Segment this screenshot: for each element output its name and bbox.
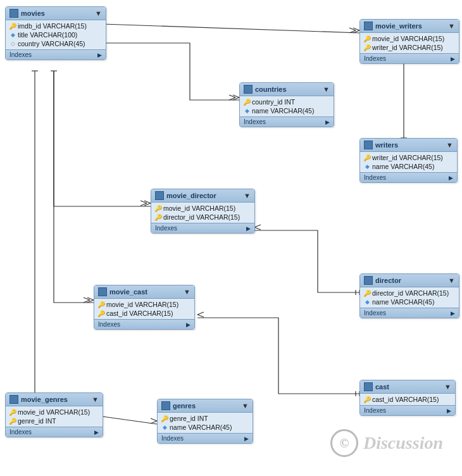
svg-line-8 bbox=[233, 97, 239, 100]
field-text: writer_id VARCHAR(15) bbox=[372, 154, 443, 161]
svg-line-28 bbox=[84, 300, 90, 303]
table-icon bbox=[161, 401, 170, 410]
table-movie-genres[interactable]: movie_genres ▼ 🔑 movie_id VARCHAR(15) 🔑 … bbox=[5, 392, 103, 437]
key-icon: 🔑 bbox=[9, 418, 16, 424]
indexes-row[interactable]: Indexes ▶ bbox=[151, 223, 254, 233]
table-writers[interactable]: writers ▼ 🔑 writer_id VARCHAR(15) ◆ name… bbox=[359, 138, 458, 183]
key-icon: 🔑 bbox=[364, 154, 370, 161]
indexes-label: Indexes bbox=[364, 55, 386, 62]
indexes-arrow: ▶ bbox=[451, 56, 455, 62]
dropdown-arrow[interactable]: ▼ bbox=[95, 9, 102, 17]
indexes-row[interactable]: Indexes ▶ bbox=[6, 427, 103, 437]
indexes-row[interactable]: Indexes ▶ bbox=[240, 116, 334, 127]
svg-line-3 bbox=[353, 30, 359, 33]
table-genres-name: genres bbox=[173, 402, 196, 410]
table-movie-genres-name: movie_genres bbox=[21, 396, 68, 403]
table-director-body: 🔑 director_id VARCHAR(15) ◆ name VARCHAR… bbox=[360, 287, 459, 308]
field-text: movie_id VARCHAR(15) bbox=[106, 301, 178, 308]
table-movies[interactable]: movies ▼ 🔑 imdb_id VARCHAR(15) ◆ title V… bbox=[5, 6, 106, 60]
table-movie-director-header[interactable]: movie_director ▼ bbox=[151, 189, 254, 203]
table-icon bbox=[244, 85, 253, 94]
table-movie-cast-header[interactable]: movie_cast ▼ bbox=[94, 285, 194, 299]
dropdown-arrow[interactable]: ▼ bbox=[323, 85, 330, 93]
diamond-icon: ◆ bbox=[9, 32, 16, 38]
table-movies-header[interactable]: movies ▼ bbox=[6, 7, 106, 20]
dropdown-arrow[interactable]: ▼ bbox=[446, 141, 453, 149]
table-icon bbox=[364, 276, 373, 285]
table-movie-cast[interactable]: movie_cast ▼ 🔑 movie_id VARCHAR(15) 🔑 ca… bbox=[94, 285, 195, 330]
indexes-row[interactable]: Indexes ▶ bbox=[360, 53, 459, 63]
table-movie-director[interactable]: movie_director ▼ 🔑 movie_id VARCHAR(15) … bbox=[151, 189, 255, 234]
field-row: ◆ name VARCHAR(45) bbox=[360, 162, 457, 171]
svg-line-10 bbox=[229, 97, 235, 100]
field-text: cast_id VARCHAR(15) bbox=[372, 396, 439, 403]
table-genres-header[interactable]: genres ▼ bbox=[158, 399, 253, 413]
dropdown-arrow[interactable]: ▼ bbox=[244, 192, 251, 199]
indexes-row[interactable]: Indexes ▶ bbox=[360, 308, 459, 318]
indexes-label: Indexes bbox=[98, 321, 120, 328]
table-director[interactable]: director ▼ 🔑 director_id VARCHAR(15) ◆ n… bbox=[359, 273, 459, 318]
key-icon: 🔑 bbox=[155, 214, 161, 220]
indexes-arrow: ▶ bbox=[186, 322, 190, 328]
svg-line-20 bbox=[140, 203, 147, 206]
copyright-circle: © bbox=[330, 429, 358, 457]
table-writers-header[interactable]: writers ▼ bbox=[360, 139, 457, 152]
watermark: © Discussion bbox=[330, 429, 443, 457]
key-icon: 🔑 bbox=[244, 99, 250, 105]
diamond-icon: ◆ bbox=[364, 163, 370, 170]
field-row: ◆ title VARCHAR(100) bbox=[6, 30, 106, 39]
indexes-label: Indexes bbox=[161, 435, 184, 442]
table-movie-director-name: movie_director bbox=[166, 192, 216, 199]
diagram-canvas: movies ▼ 🔑 imdb_id VARCHAR(15) ◆ title V… bbox=[0, 0, 462, 476]
field-text: director_id VARCHAR(15) bbox=[163, 213, 240, 221]
field-text: name VARCHAR(45) bbox=[252, 107, 314, 115]
field-row: ◇ country VARCHAR(45) bbox=[6, 39, 106, 48]
table-cast-header[interactable]: cast ▼ bbox=[360, 380, 455, 394]
table-icon bbox=[98, 287, 107, 296]
table-movie-writers-header[interactable]: movie_writers ▼ bbox=[360, 20, 459, 33]
table-genres[interactable]: genres ▼ 🔑 genre_id INT ◆ name VARCHAR(4… bbox=[157, 399, 253, 444]
field-row: 🔑 writer_id VARCHAR(15) bbox=[360, 153, 457, 162]
table-writers-body: 🔑 writer_id VARCHAR(15) ◆ name VARCHAR(4… bbox=[360, 152, 457, 172]
copyright-symbol: © bbox=[339, 436, 349, 451]
field-text: movie_id VARCHAR(15) bbox=[163, 204, 235, 212]
table-director-header[interactable]: director ▼ bbox=[360, 274, 459, 287]
key-icon: 🔑 bbox=[98, 310, 104, 316]
indexes-arrow: ▶ bbox=[449, 175, 453, 181]
table-movie-genres-header[interactable]: movie_genres ▼ bbox=[6, 393, 103, 406]
dropdown-arrow[interactable]: ▼ bbox=[184, 288, 190, 296]
table-movie-writers[interactable]: movie_writers ▼ 🔑 movie_id VARCHAR(15) 🔑… bbox=[359, 19, 459, 64]
dropdown-arrow[interactable]: ▼ bbox=[444, 383, 451, 391]
table-countries-header[interactable]: countries ▼ bbox=[240, 83, 334, 96]
indexes-arrow: ▶ bbox=[94, 429, 99, 435]
table-icon bbox=[155, 191, 164, 200]
dropdown-arrow[interactable]: ▼ bbox=[242, 402, 249, 410]
dropdown-arrow[interactable]: ▼ bbox=[448, 277, 455, 284]
indexes-row[interactable]: Indexes ▶ bbox=[360, 172, 457, 182]
watermark-text: Discussion bbox=[363, 433, 443, 453]
table-writers-name: writers bbox=[375, 141, 398, 149]
table-cast[interactable]: cast ▼ 🔑 cast_id VARCHAR(15) Indexes ▶ bbox=[359, 380, 456, 416]
indexes-row[interactable]: Indexes ▶ bbox=[94, 319, 194, 329]
field-text: title VARCHAR(100) bbox=[18, 31, 77, 39]
table-countries[interactable]: countries ▼ 🔑 country_id INT ◆ name VARC… bbox=[239, 82, 334, 127]
key-icon: 🔑 bbox=[364, 44, 370, 51]
diamond-outline-icon: ◇ bbox=[9, 41, 16, 47]
svg-line-22 bbox=[254, 227, 261, 230]
svg-line-30 bbox=[197, 315, 204, 317]
diamond-icon: ◆ bbox=[161, 424, 168, 430]
key-icon: 🔑 bbox=[161, 415, 168, 422]
dropdown-arrow[interactable]: ▼ bbox=[92, 396, 99, 403]
svg-line-26 bbox=[87, 300, 94, 303]
indexes-row[interactable]: Indexes ▶ bbox=[360, 405, 455, 415]
field-text: movie_id VARCHAR(15) bbox=[372, 35, 444, 42]
dropdown-arrow[interactable]: ▼ bbox=[448, 22, 455, 30]
svg-line-18 bbox=[144, 203, 151, 206]
indexes-row[interactable]: Indexes ▶ bbox=[6, 49, 106, 60]
field-text: writer_id VARCHAR(15) bbox=[372, 44, 443, 51]
indexes-arrow: ▶ bbox=[246, 225, 251, 232]
svg-line-38 bbox=[151, 418, 157, 421]
indexes-row[interactable]: Indexes ▶ bbox=[158, 433, 253, 443]
table-movie-cast-name: movie_cast bbox=[109, 288, 147, 296]
table-movies-name: movies bbox=[21, 9, 45, 17]
